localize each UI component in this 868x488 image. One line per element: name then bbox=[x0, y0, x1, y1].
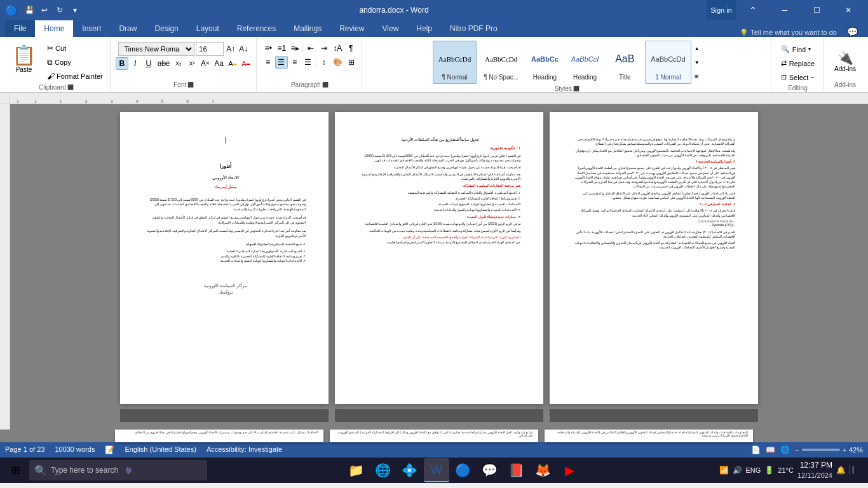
strikethrough-button[interactable]: abc bbox=[156, 57, 172, 70]
styles-dialog-icon[interactable]: ⬛ bbox=[573, 86, 580, 92]
ribbon-toggle-button[interactable]: ⌃ bbox=[738, 0, 768, 20]
taskbar-search[interactable]: 🔍 Type here to search 🔮 bbox=[29, 460, 207, 480]
line-spacing-button[interactable]: ↕ bbox=[318, 56, 330, 69]
taskbar-app-explorer[interactable]: 📁 bbox=[344, 458, 369, 482]
view-reading-button[interactable]: 📖 bbox=[766, 445, 775, 454]
tab-draw[interactable]: Draw bbox=[110, 20, 146, 37]
tab-insert[interactable]: Insert bbox=[73, 20, 110, 37]
find-button[interactable]: 🔍 Find ▾ bbox=[776, 43, 815, 55]
styles-expand-button[interactable]: ⊞ bbox=[693, 70, 702, 83]
format-painter-icon: 🖌 bbox=[47, 72, 55, 81]
format-painter-button[interactable]: 🖌 Format Painter bbox=[44, 70, 106, 83]
numbering-button[interactable]: ≡1 bbox=[275, 42, 288, 55]
comments-button[interactable]: 💬 bbox=[842, 27, 863, 37]
case-button[interactable]: Aa bbox=[212, 57, 226, 70]
italic-button[interactable]: I bbox=[129, 57, 142, 70]
bold-button[interactable]: B bbox=[116, 57, 128, 70]
paragraph-dialog-icon[interactable]: ⬛ bbox=[322, 82, 329, 88]
style-normal-alt[interactable]: AaBbCcDd 1 Normal bbox=[645, 41, 691, 84]
style-no-spacing[interactable]: AaBbCcDd ¶ No Spac... bbox=[478, 41, 524, 84]
show-formatting-button[interactable]: ¶ bbox=[344, 42, 357, 55]
style-h2-preview: AaBbCcI bbox=[571, 44, 599, 74]
justify-button[interactable]: ☰ bbox=[302, 56, 315, 69]
taskbar-app-vscode[interactable]: 💠 bbox=[397, 458, 423, 482]
text-color-button[interactable]: A▬ bbox=[240, 57, 252, 70]
start-button[interactable]: ⊞ bbox=[3, 458, 28, 482]
align-center-button[interactable]: ☰ bbox=[275, 56, 288, 69]
taskbar-app-browser2[interactable]: 🦊 bbox=[531, 458, 556, 482]
subscript-button[interactable]: X₂ bbox=[172, 57, 185, 70]
tab-view[interactable]: View bbox=[374, 20, 408, 37]
redo-button[interactable]: ↻ bbox=[53, 4, 66, 17]
copy-button[interactable]: ⧉ Copy bbox=[44, 56, 106, 69]
tell-me-button[interactable]: 💡 Tell me what you want to do bbox=[735, 29, 842, 37]
cut-button[interactable]: ✂ Cut bbox=[44, 42, 106, 55]
taskbar-app-chrome[interactable]: 🔵 bbox=[451, 458, 476, 482]
word-icon: W bbox=[430, 463, 442, 477]
taskbar-app-discord[interactable]: 💬 bbox=[477, 458, 503, 482]
tab-layout[interactable]: Layout bbox=[187, 20, 228, 37]
taskbar-app-pdf[interactable]: 📕 bbox=[504, 458, 529, 482]
more-qa-button[interactable]: ▾ bbox=[69, 4, 81, 17]
document-page-1[interactable]: أندورا الاتحاد الأوروبي ميثيل إيبريبك في… bbox=[120, 112, 329, 404]
tab-nitro[interactable]: Nitro PDF Pro bbox=[441, 20, 506, 37]
zoom-in-button[interactable]: + bbox=[843, 446, 846, 454]
desktop-button[interactable]: ▏ bbox=[850, 465, 860, 475]
maximize-button[interactable]: ☐ bbox=[802, 0, 831, 20]
undo-button[interactable]: ↩ bbox=[38, 4, 51, 17]
document-page-3[interactable]: شبكة ومجال الشركات ربط. هذه الاتفاقية ال… bbox=[550, 112, 758, 404]
view-web-button[interactable]: 🌐 bbox=[780, 445, 790, 454]
align-left-button[interactable]: ≡ bbox=[262, 56, 275, 69]
increase-font-button[interactable]: A↑ bbox=[225, 43, 236, 55]
save-button[interactable]: 💾 bbox=[23, 4, 36, 17]
notification-icon[interactable]: 🔔 bbox=[836, 466, 846, 475]
shading-button[interactable]: 🎨 bbox=[331, 56, 344, 69]
taskbar-clock[interactable]: 12:37 PM 12/11/2024 bbox=[797, 461, 832, 480]
font-family-select[interactable]: Times New Roma bbox=[118, 42, 194, 56]
style-title[interactable]: AaB Title bbox=[606, 41, 644, 84]
taskbar-app-edge[interactable]: 🌐 bbox=[370, 458, 396, 482]
font-size-input[interactable] bbox=[196, 42, 224, 56]
zoom-out-button[interactable]: − bbox=[795, 446, 799, 454]
styles-scroll-down-button[interactable]: ▼ bbox=[693, 56, 702, 69]
zoom-slider[interactable] bbox=[802, 449, 840, 451]
styles-scroll-up-button[interactable]: ▲ bbox=[693, 42, 702, 55]
decrease-indent-button[interactable]: ⇤ bbox=[304, 42, 317, 55]
minimize-button[interactable]: ─ bbox=[770, 0, 799, 20]
multilevel-button[interactable]: ≡▸ bbox=[288, 42, 301, 55]
sort-button[interactable]: ↕A bbox=[331, 42, 344, 55]
clipboard-dialog-icon[interactable]: ⬛ bbox=[67, 85, 74, 90]
tab-help[interactable]: Help bbox=[407, 20, 441, 37]
style-normal-alt-preview: AaBbCcDd bbox=[651, 44, 685, 74]
taskbar-app-word[interactable]: W bbox=[424, 458, 449, 482]
view-normal-button[interactable]: 📄 bbox=[751, 445, 761, 454]
increase-indent-button[interactable]: ⇥ bbox=[318, 42, 330, 55]
tab-review[interactable]: Review bbox=[330, 20, 373, 37]
close-button[interactable]: ✕ bbox=[834, 0, 863, 20]
font-dialog-icon[interactable]: ⬛ bbox=[187, 82, 194, 88]
tab-home[interactable]: Home bbox=[35, 20, 73, 37]
select-button[interactable]: ⊡ Select ~ bbox=[776, 71, 819, 83]
tab-file[interactable]: File bbox=[5, 20, 35, 37]
signin-button[interactable]: Sign in bbox=[707, 0, 736, 20]
taskbar-app-media[interactable]: ▶ bbox=[557, 458, 583, 482]
style-heading1[interactable]: AaBbCc Heading bbox=[526, 41, 564, 84]
underline-button[interactable]: U bbox=[142, 57, 155, 70]
tab-references[interactable]: References bbox=[228, 20, 285, 37]
style-normal[interactable]: AaBbCcDd ¶ Normal bbox=[433, 41, 477, 84]
style-heading2[interactable]: AaBbCcI Heading bbox=[566, 41, 604, 84]
borders-button[interactable]: ⊞ bbox=[345, 56, 358, 69]
paste-button[interactable]: 📋 Paste bbox=[6, 41, 41, 76]
tab-design[interactable]: Design bbox=[146, 20, 187, 37]
superscript-button[interactable]: X² bbox=[186, 57, 198, 70]
document-page-2[interactable]: جدول سابعاً للمشاريع من شأنه السلطات الأ… bbox=[335, 112, 543, 404]
decrease-font-button[interactable]: A↓ bbox=[238, 43, 249, 55]
bullets-button[interactable]: ≡• bbox=[262, 42, 275, 55]
clear-format-button[interactable]: A✕ bbox=[199, 57, 212, 70]
align-right-button[interactable]: ≡ bbox=[288, 56, 301, 69]
text-highlight-button[interactable]: A▬ bbox=[226, 57, 239, 70]
replace-button[interactable]: ⇄ Replace bbox=[776, 57, 819, 69]
pages-scroll-area[interactable]: أندورا الاتحاد الأوروبي ميثيل إيبريبك في… bbox=[10, 104, 868, 430]
addins-button[interactable]: 🔌 Add-ins bbox=[829, 47, 862, 76]
tab-mailings[interactable]: Mailings bbox=[285, 20, 330, 37]
